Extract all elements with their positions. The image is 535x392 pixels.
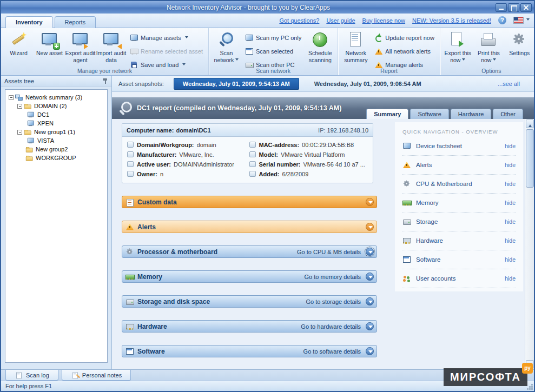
quick-nav-user-accounts[interactable]: User accounts hide: [402, 269, 516, 288]
quick-nav-hardware[interactable]: Hardware hide: [402, 231, 516, 250]
memory-icon: [126, 273, 134, 281]
section-alerts[interactable]: Alerts: [122, 221, 377, 233]
go-to-memory-details-link[interactable]: Go to memory details: [304, 274, 361, 280]
rename-asset-icon: [130, 47, 138, 56]
rename-asset-button[interactable]: Rename selected asset: [130, 47, 203, 56]
minimize-icon[interactable]: [496, 3, 507, 12]
tree-item-new-group1[interactable]: New group1 (1): [6, 128, 106, 136]
app-window: Network Inventory Advisor - brought to y…: [0, 0, 535, 392]
tree-item-network-summary[interactable]: Network summary (3): [6, 93, 106, 102]
all-network-alerts-button[interactable]: All network alerts: [374, 47, 434, 56]
quick-nav-cpu-motherboard[interactable]: CPU & Motherboard hide: [402, 175, 516, 194]
see-all-link[interactable]: ...see all: [498, 81, 527, 87]
new-asset-button[interactable]: New asset: [34, 29, 65, 67]
section-hardware[interactable]: Hardware Go to hardware details: [122, 320, 377, 333]
tab-software[interactable]: Software: [410, 109, 448, 119]
vertical-scrollbar[interactable]: [525, 119, 534, 369]
link-user-guide[interactable]: User guide: [326, 17, 355, 24]
hide-link[interactable]: hide: [505, 143, 516, 149]
language-selector[interactable]: [513, 17, 530, 24]
link-buy-license[interactable]: Buy license now: [362, 17, 406, 24]
pin-icon[interactable]: [102, 77, 108, 85]
tab-summary[interactable]: Summary: [366, 109, 408, 119]
tab-inventory[interactable]: Inventory: [5, 16, 53, 28]
chevron-down-icon[interactable]: [366, 223, 374, 231]
tree-item-domain[interactable]: DOMAIN (2): [6, 102, 106, 110]
chevron-down-icon[interactable]: [366, 297, 374, 305]
link-new-version[interactable]: NEW: Version 3.5 is released!: [412, 17, 491, 24]
go-to-storage-details-link[interactable]: Go to storage details: [306, 298, 361, 305]
scan-network-button[interactable]: Scan network: [211, 29, 242, 67]
wizard-button[interactable]: Wizard: [3, 29, 34, 67]
go-to-cpu-details-link[interactable]: Go to CPU & MB details: [297, 249, 361, 255]
snapshot-previous-button[interactable]: Wednesday, July 01, 2009, 9:06:54 AM: [309, 78, 427, 89]
export-audit-agent-button[interactable]: Export audit agent: [65, 29, 96, 67]
export-now-label: Export this now: [445, 50, 472, 63]
quick-nav-memory[interactable]: Memory hide: [402, 194, 516, 212]
link-got-questions[interactable]: Got questions?: [279, 17, 319, 24]
chevron-down-icon[interactable]: [366, 198, 374, 206]
personal-notes-button[interactable]: Personal notes: [62, 370, 131, 381]
quick-nav-storage[interactable]: Storage hide: [402, 212, 516, 231]
schedule-scanning-label: Schedule scanning: [305, 50, 335, 63]
collapse-icon[interactable]: [17, 104, 22, 109]
hide-link[interactable]: hide: [505, 218, 516, 225]
schedule-scanning-button[interactable]: Schedule scanning: [305, 29, 335, 67]
tab-reports[interactable]: Reports: [55, 16, 96, 28]
update-report-label: Update report now: [385, 35, 434, 41]
software-icon: [126, 347, 134, 356]
watermark-badge: ру: [522, 363, 533, 374]
chevron-down-icon[interactable]: [366, 273, 374, 281]
section-memory[interactable]: Memory Go to memory details: [122, 270, 377, 283]
go-to-software-details-link[interactable]: Go to software details: [303, 348, 361, 355]
network-summary-icon: [347, 31, 365, 49]
section-software[interactable]: Software Go to software details: [122, 345, 377, 357]
close-icon[interactable]: [520, 3, 532, 12]
chevron-down-icon[interactable]: [366, 248, 374, 256]
tab-other[interactable]: Other: [493, 109, 523, 119]
hide-link[interactable]: hide: [505, 256, 516, 263]
tab-hardware[interactable]: Hardware: [451, 109, 492, 119]
tree-item-vista[interactable]: VISTA: [6, 136, 106, 145]
tree-item-dc1[interactable]: DC1: [6, 110, 106, 119]
update-report-button[interactable]: Update report now: [374, 34, 434, 42]
snapshot-selected-button[interactable]: Wednesday, July 01, 2009, 9:54:13 AM: [174, 78, 299, 90]
quick-nav-device-factsheet[interactable]: Device factsheet hide: [402, 137, 516, 156]
collapse-icon[interactable]: [9, 95, 14, 100]
import-audit-data-button[interactable]: Import audit data: [96, 29, 127, 67]
maximize-icon[interactable]: [508, 3, 519, 12]
settings-button[interactable]: Settings: [504, 29, 535, 67]
tree-item-new-group2[interactable]: New group2: [6, 145, 106, 154]
scan-my-pc-button[interactable]: Scan my PC only: [245, 34, 301, 42]
tree-item-label: Network summary (3): [25, 94, 82, 101]
hide-link[interactable]: hide: [505, 162, 516, 168]
print-this-now-button[interactable]: Print this now: [473, 29, 504, 67]
chevron-down-icon[interactable]: [366, 322, 374, 330]
section-storage[interactable]: Storage and disk space Go to storage det…: [122, 295, 377, 308]
arrow-badge-icon: [115, 43, 122, 50]
scrollbar-thumb[interactable]: [526, 129, 534, 188]
export-this-now-button[interactable]: Export this now: [442, 29, 473, 67]
export-agent-label: Export audit agent: [65, 50, 96, 63]
hide-link[interactable]: hide: [505, 237, 516, 244]
report-header: DC1 report (compiled on Wednesday, July …: [112, 97, 534, 119]
scan-selected-button[interactable]: Scan selected: [245, 47, 301, 56]
section-processor-motherboard[interactable]: Processor & motherboard Go to CPU & MB d…: [122, 245, 377, 258]
go-to-hardware-details-link[interactable]: Go to hardware details: [301, 323, 361, 330]
quick-nav-software[interactable]: Software hide: [402, 250, 516, 269]
chevron-down-icon[interactable]: [366, 347, 374, 355]
hide-link[interactable]: hide: [505, 275, 516, 282]
scroll-up-icon[interactable]: [526, 119, 534, 128]
section-custom-data[interactable]: Custom data: [122, 196, 377, 208]
collapse-icon[interactable]: [17, 130, 22, 135]
network-summary-button[interactable]: Network summary: [340, 29, 371, 67]
asset-snapshots-bar: Asset snapshots: Wednesday, July 01, 200…: [112, 76, 534, 92]
manage-assets-button[interactable]: Manage assets: [130, 34, 203, 42]
hide-link[interactable]: hide: [505, 200, 516, 206]
help-icon[interactable]: ?: [498, 16, 506, 24]
quick-nav-alerts[interactable]: Alerts hide: [402, 156, 516, 175]
tree-item-xpen[interactable]: XPEN: [6, 119, 106, 128]
tree-item-workgroup[interactable]: WORKGROUP: [6, 154, 106, 162]
scan-log-button[interactable]: Scan log: [5, 370, 58, 381]
hide-link[interactable]: hide: [505, 181, 516, 187]
